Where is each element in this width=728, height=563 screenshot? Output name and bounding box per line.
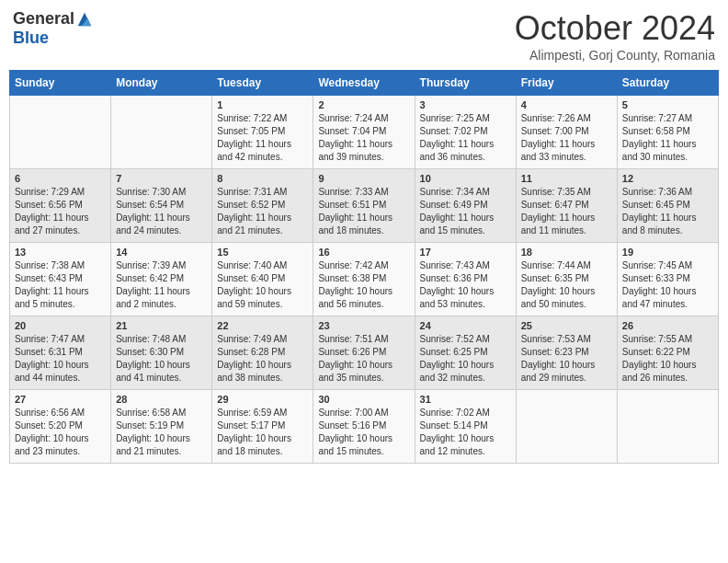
calendar-week-0: 1Sunrise: 7:22 AMSunset: 7:05 PMDaylight…: [10, 96, 719, 169]
day-info: Sunrise: 7:31 AMSunset: 6:52 PMDaylight:…: [217, 186, 308, 237]
day-info: Sunrise: 7:36 AMSunset: 6:45 PMDaylight:…: [622, 186, 713, 237]
day-number: 15: [217, 247, 308, 258]
day-number: 5: [622, 99, 713, 110]
logo-icon: [76, 11, 93, 28]
calendar-cell: 24Sunrise: 7:52 AMSunset: 6:25 PMDayligh…: [415, 316, 516, 390]
calendar-cell: 31Sunrise: 7:02 AMSunset: 5:14 PMDayligh…: [415, 390, 516, 464]
calendar-week-2: 13Sunrise: 7:38 AMSunset: 6:43 PMDayligh…: [10, 243, 719, 316]
calendar-cell: [10, 96, 111, 169]
calendar-cell: 7Sunrise: 7:30 AMSunset: 6:54 PMDaylight…: [111, 169, 212, 243]
calendar-week-1: 6Sunrise: 7:29 AMSunset: 6:56 PMDaylight…: [10, 169, 719, 243]
day-number: 28: [116, 394, 207, 405]
day-number: 29: [217, 394, 308, 405]
calendar-cell: 14Sunrise: 7:39 AMSunset: 6:42 PMDayligh…: [111, 243, 212, 316]
day-info: Sunrise: 7:53 AMSunset: 6:23 PMDaylight:…: [521, 333, 612, 385]
calendar-week-3: 20Sunrise: 7:47 AMSunset: 6:31 PMDayligh…: [10, 316, 719, 390]
day-number: 1: [217, 99, 308, 110]
day-number: 12: [622, 173, 713, 184]
day-number: 19: [622, 247, 713, 258]
day-number: 14: [116, 247, 207, 258]
day-number: 13: [15, 247, 106, 258]
day-number: 30: [318, 394, 409, 405]
day-info: Sunrise: 7:27 AMSunset: 6:58 PMDaylight:…: [622, 112, 713, 164]
logo: General Blue: [13, 9, 93, 48]
day-number: 17: [420, 247, 511, 258]
day-number: 20: [15, 320, 106, 331]
day-info: Sunrise: 7:00 AMSunset: 5:16 PMDaylight:…: [318, 407, 409, 458]
logo-blue-text: Blue: [13, 29, 49, 48]
calendar-cell: 22Sunrise: 7:49 AMSunset: 6:28 PMDayligh…: [212, 316, 313, 390]
header-sunday: Sunday: [10, 71, 111, 96]
day-info: Sunrise: 7:45 AMSunset: 6:33 PMDaylight:…: [622, 259, 713, 311]
day-number: 27: [15, 394, 106, 405]
day-info: Sunrise: 7:55 AMSunset: 6:22 PMDaylight:…: [622, 333, 713, 385]
calendar-cell: 29Sunrise: 6:59 AMSunset: 5:17 PMDayligh…: [212, 390, 313, 464]
day-number: 11: [521, 173, 612, 184]
day-info: Sunrise: 6:58 AMSunset: 5:19 PMDaylight:…: [116, 407, 207, 458]
calendar-cell: 6Sunrise: 7:29 AMSunset: 6:56 PMDaylight…: [10, 169, 111, 243]
logo-general-text: General: [13, 9, 74, 29]
day-info: Sunrise: 6:59 AMSunset: 5:17 PMDaylight:…: [217, 407, 308, 458]
calendar-cell: 5Sunrise: 7:27 AMSunset: 6:58 PMDaylight…: [617, 96, 718, 169]
calendar-cell: [516, 390, 617, 464]
day-number: 8: [217, 173, 308, 184]
calendar-cell: 12Sunrise: 7:36 AMSunset: 6:45 PMDayligh…: [617, 169, 718, 243]
day-info: Sunrise: 7:40 AMSunset: 6:40 PMDaylight:…: [217, 259, 308, 311]
calendar-cell: 8Sunrise: 7:31 AMSunset: 6:52 PMDaylight…: [212, 169, 313, 243]
header-tuesday: Tuesday: [212, 71, 313, 96]
day-info: Sunrise: 7:52 AMSunset: 6:25 PMDaylight:…: [420, 333, 511, 385]
day-info: Sunrise: 7:44 AMSunset: 6:35 PMDaylight:…: [521, 259, 612, 311]
day-info: Sunrise: 7:34 AMSunset: 6:49 PMDaylight:…: [420, 186, 511, 237]
calendar-cell: 11Sunrise: 7:35 AMSunset: 6:47 PMDayligh…: [516, 169, 617, 243]
day-number: 21: [116, 320, 207, 331]
calendar-table: SundayMondayTuesdayWednesdayThursdayFrid…: [9, 70, 719, 464]
day-info: Sunrise: 7:25 AMSunset: 7:02 PMDaylight:…: [420, 112, 511, 164]
day-info: Sunrise: 7:35 AMSunset: 6:47 PMDaylight:…: [521, 186, 612, 237]
day-number: 22: [217, 320, 308, 331]
calendar-cell: 4Sunrise: 7:26 AMSunset: 7:00 PMDaylight…: [516, 96, 617, 169]
day-info: Sunrise: 7:22 AMSunset: 7:05 PMDaylight:…: [217, 112, 308, 164]
header-thursday: Thursday: [415, 71, 516, 96]
day-info: Sunrise: 7:43 AMSunset: 6:36 PMDaylight:…: [420, 259, 511, 311]
day-number: 25: [521, 320, 612, 331]
calendar-cell: 30Sunrise: 7:00 AMSunset: 5:16 PMDayligh…: [313, 390, 415, 464]
calendar-cell: 13Sunrise: 7:38 AMSunset: 6:43 PMDayligh…: [10, 243, 111, 316]
day-info: Sunrise: 7:42 AMSunset: 6:38 PMDaylight:…: [318, 259, 409, 311]
calendar-cell: 3Sunrise: 7:25 AMSunset: 7:02 PMDaylight…: [415, 96, 516, 169]
calendar-cell: 28Sunrise: 6:58 AMSunset: 5:19 PMDayligh…: [111, 390, 212, 464]
day-info: Sunrise: 7:29 AMSunset: 6:56 PMDaylight:…: [15, 186, 106, 237]
calendar-cell: 23Sunrise: 7:51 AMSunset: 6:26 PMDayligh…: [313, 316, 415, 390]
calendar-cell: 19Sunrise: 7:45 AMSunset: 6:33 PMDayligh…: [617, 243, 718, 316]
calendar-cell: 15Sunrise: 7:40 AMSunset: 6:40 PMDayligh…: [212, 243, 313, 316]
day-info: Sunrise: 7:26 AMSunset: 7:00 PMDaylight:…: [521, 112, 612, 164]
calendar-week-4: 27Sunrise: 6:56 AMSunset: 5:20 PMDayligh…: [10, 390, 719, 464]
day-number: 26: [622, 320, 713, 331]
calendar-cell: 2Sunrise: 7:24 AMSunset: 7:04 PMDaylight…: [313, 96, 415, 169]
page-header: General Blue October 2024 Alimpesti, Gor…: [9, 9, 719, 63]
day-number: 4: [521, 99, 612, 110]
day-info: Sunrise: 7:39 AMSunset: 6:42 PMDaylight:…: [116, 259, 207, 311]
calendar-cell: 17Sunrise: 7:43 AMSunset: 6:36 PMDayligh…: [415, 243, 516, 316]
calendar-cell: 18Sunrise: 7:44 AMSunset: 6:35 PMDayligh…: [516, 243, 617, 316]
month-title: October 2024: [515, 9, 715, 48]
day-info: Sunrise: 7:33 AMSunset: 6:51 PMDaylight:…: [318, 186, 409, 237]
day-number: 10: [420, 173, 511, 184]
header-friday: Friday: [516, 71, 617, 96]
day-info: Sunrise: 7:49 AMSunset: 6:28 PMDaylight:…: [217, 333, 308, 385]
header-monday: Monday: [111, 71, 212, 96]
calendar-cell: 16Sunrise: 7:42 AMSunset: 6:38 PMDayligh…: [313, 243, 415, 316]
location: Alimpesti, Gorj County, Romania: [515, 48, 715, 63]
calendar-cell: 26Sunrise: 7:55 AMSunset: 6:22 PMDayligh…: [617, 316, 718, 390]
day-info: Sunrise: 7:24 AMSunset: 7:04 PMDaylight:…: [318, 112, 409, 164]
day-number: 7: [116, 173, 207, 184]
day-number: 6: [15, 173, 106, 184]
calendar-cell: 25Sunrise: 7:53 AMSunset: 6:23 PMDayligh…: [516, 316, 617, 390]
day-info: Sunrise: 7:51 AMSunset: 6:26 PMDaylight:…: [318, 333, 409, 385]
title-section: October 2024 Alimpesti, Gorj County, Rom…: [515, 9, 715, 63]
day-info: Sunrise: 7:38 AMSunset: 6:43 PMDaylight:…: [15, 259, 106, 311]
calendar-cell: 21Sunrise: 7:48 AMSunset: 6:30 PMDayligh…: [111, 316, 212, 390]
header-wednesday: Wednesday: [313, 71, 415, 96]
day-number: 24: [420, 320, 511, 331]
day-info: Sunrise: 7:47 AMSunset: 6:31 PMDaylight:…: [15, 333, 106, 385]
day-number: 2: [318, 99, 409, 110]
